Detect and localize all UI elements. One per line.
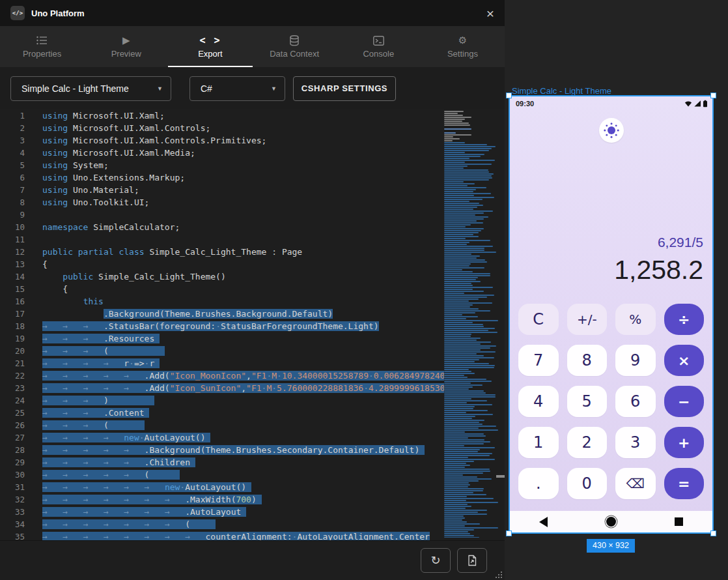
key-6[interactable]: 6 [615,386,656,417]
theme-select[interactable]: Simple Calc - Light Theme ▼ [10,76,171,101]
key-3[interactable]: 3 [615,427,656,458]
key-5[interactable]: 5 [567,386,608,417]
window-title: Uno Platform [31,8,85,18]
scrollbar-handle[interactable] [496,475,505,478]
database-icon [289,35,300,46]
line-number: 25 [0,407,38,419]
code-line: 3using Microsoft.UI.Xaml.Controls.Primit… [0,134,444,147]
code-line: 31→ → → → → → new·AutoLayout() [0,481,444,493]
code-area[interactable]: 1using Microsoft.UI.Xaml;2using Microsof… [0,109,444,540]
selection-handle[interactable] [710,93,716,98]
key-9[interactable]: 9 [615,345,656,376]
key-C[interactable]: C [518,304,559,335]
refresh-button[interactable]: ↻ [421,548,451,573]
key-2[interactable]: 2 [567,427,608,458]
resize-grip[interactable] [492,569,502,578]
tab-label: Console [363,49,394,59]
key-7[interactable]: 7 [518,345,559,376]
result-text: 1,258.2 [614,255,703,285]
line-number: 13 [0,258,38,270]
code-line: 22→ → → → → .Add("Icon_MoonIcon","F1·M·1… [0,370,444,382]
nav-back-button[interactable] [510,517,578,527]
calculator-app: 09:30 [510,96,712,532]
line-number: 11 [0,233,38,246]
key-÷[interactable]: ÷ [664,304,705,335]
key-.[interactable]: . [518,468,559,499]
code-line: 35→ → → → → → → → counterAlignment:·Auto… [0,530,444,540]
line-number: 34 [0,518,38,530]
selection-handle[interactable] [506,530,512,536]
close-icon[interactable]: × [486,7,494,20]
nav-recents-button[interactable] [645,517,712,526]
play-icon: ▶ [122,35,130,46]
csharp-settings-button[interactable]: CSHARP SETTINGS [293,76,396,101]
theme-select-value: Simple Calc - Light Theme [21,83,129,94]
line-number: 5 [0,159,38,171]
line-number: 2 [0,122,38,134]
line-number: 20 [0,345,38,357]
line-number: 33 [0,506,38,518]
code-line: 30→ → → → → ( [0,469,444,481]
key-+[interactable]: + [664,427,705,458]
file-export-icon [467,555,477,566]
phone-preview[interactable]: 09:30 [509,95,714,534]
line-number: 19 [0,332,38,345]
minimap[interactable] [444,111,501,538]
theme-toggle-button[interactable] [599,118,624,143]
key-%[interactable]: % [615,304,656,335]
code-line: 8using Uno.Toolkit.UI; [0,196,444,209]
tab-export[interactable]: < >Export [168,26,252,67]
key-=[interactable]: = [664,468,705,499]
code-line: 20→ → → ( [0,345,444,357]
chevron-down-icon: ▼ [149,85,163,92]
code-line: 23→ → → → → .Add("Icon_SunIcon","F1·M·5.… [0,382,444,394]
code-line: 17 .Background(Theme.Brushes.Background.… [0,308,444,320]
code-line: 7using Uno.Material; [0,184,444,196]
key-4[interactable]: 4 [518,386,559,417]
tab-data-context[interactable]: Data Context [253,26,337,67]
code-line: 18→ → → .StatusBar(foreground:·StatusBar… [0,320,444,332]
key-8[interactable]: 8 [567,345,608,376]
tab-strip: Properties▶Preview< >ExportData ContextC… [0,26,505,67]
line-number: 27 [0,431,38,444]
code-editor[interactable]: 1using Microsoft.UI.Xaml;2using Microsof… [0,109,505,540]
list-icon [36,35,48,46]
recents-icon [675,517,683,526]
key-backspace[interactable]: ⌫ [615,468,656,499]
line-number: 35 [0,530,38,540]
line-number: 4 [0,147,38,159]
expression-text: 6,291/5 [614,235,703,250]
android-nav-bar [510,511,712,532]
key-−[interactable]: − [664,386,705,417]
tab-label: Settings [447,49,478,59]
tab-properties[interactable]: Properties [0,26,84,67]
line-number: 12 [0,246,38,258]
line-number: 31 [0,481,38,493]
line-number: 28 [0,444,38,456]
line-number: 10 [0,221,38,233]
code-line: 9 [0,209,444,221]
preview-title: Simple Calc - Light Theme [512,86,611,96]
key-0[interactable]: 0 [567,468,608,499]
code-line: 24→ → → ) [0,394,444,407]
key-+/-[interactable]: +/- [567,304,608,335]
refresh-icon: ↻ [430,553,440,568]
app-root: </> Uno Platform × Properties▶Preview< >… [0,0,728,580]
tab-preview[interactable]: ▶Preview [84,26,168,67]
export-file-button[interactable] [457,548,487,573]
line-number: 21 [0,357,38,370]
line-number: 30 [0,469,38,481]
language-select-value: C# [201,83,212,94]
key-1[interactable]: 1 [518,427,559,458]
selection-handle[interactable] [710,530,716,536]
code-line: 28→ → → → → .Background(Theme.Brushes.Se… [0,444,444,456]
selection-handle[interactable] [506,93,512,98]
nav-home-button[interactable] [578,517,645,527]
line-number: 16 [0,295,38,308]
tab-settings[interactable]: ⚙Settings [421,26,505,67]
language-select[interactable]: C# ▼ [189,76,285,101]
code-line: 21→ → → → r·=>·r [0,357,444,370]
line-number: 6 [0,171,38,184]
key-×[interactable]: × [664,345,705,376]
tab-console[interactable]: Console [337,26,421,67]
